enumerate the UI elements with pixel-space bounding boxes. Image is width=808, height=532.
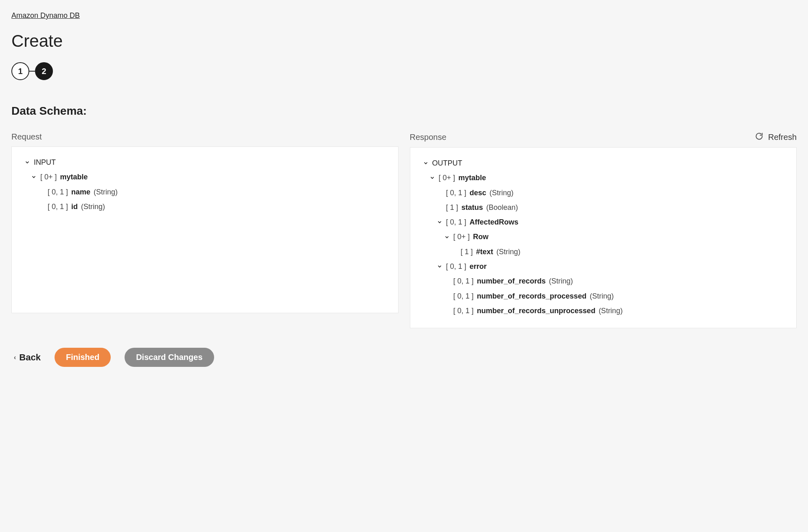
back-label: Back xyxy=(19,352,41,363)
chevron-down-icon[interactable] xyxy=(436,219,443,225)
wizard-footer: ‹ Back Finished Discard Changes xyxy=(11,348,797,367)
chevron-left-icon: ‹ xyxy=(14,354,16,361)
field-name: error xyxy=(470,262,487,271)
chevron-down-icon[interactable] xyxy=(436,264,443,269)
field-name: number_of_records xyxy=(477,276,546,286)
field-name: status xyxy=(462,203,483,212)
cardinality: [ 1 ] xyxy=(446,203,458,212)
field-type: (Boolean) xyxy=(486,203,518,212)
step-connector xyxy=(29,71,35,72)
chevron-down-icon[interactable] xyxy=(31,174,37,180)
field-name: id xyxy=(71,202,78,211)
field-type: (String) xyxy=(490,188,514,198)
request-panel: INPUT [ 0+ ] mytable [ 0, 1 ] name (Stri xyxy=(11,146,399,313)
tree-row-desc[interactable]: [ 0, 1 ] desc (String) xyxy=(420,185,787,200)
tree-label: OUTPUT xyxy=(432,158,462,168)
tree-row-row[interactable]: [ 0+ ] Row xyxy=(420,229,787,244)
field-type: (String) xyxy=(497,247,521,257)
tree-row-error[interactable]: [ 0, 1 ] error xyxy=(420,259,787,274)
discard-changes-button[interactable]: Discard Changes xyxy=(125,348,214,367)
cardinality: [ 0, 1 ] xyxy=(446,188,466,198)
tree-row-mytable[interactable]: [ 0+ ] mytable xyxy=(22,170,388,184)
field-name: mytable xyxy=(60,172,88,182)
cardinality: [ 1 ] xyxy=(461,247,473,257)
tree-row-num-records-processed[interactable]: [ 0, 1 ] number_of_records_processed (St… xyxy=(420,289,787,303)
request-label: Request xyxy=(11,132,42,142)
refresh-icon xyxy=(755,132,763,142)
field-type: (String) xyxy=(599,306,623,316)
tree-row-num-records[interactable]: [ 0, 1 ] number_of_records (String) xyxy=(420,274,787,288)
response-panel: OUTPUT [ 0+ ] mytable [ 0, 1 ] desc (Str xyxy=(410,147,797,328)
field-type: (String) xyxy=(94,187,118,197)
cardinality: [ 0, 1 ] xyxy=(48,187,68,197)
field-type: (String) xyxy=(549,276,573,286)
cardinality: [ 0+ ] xyxy=(40,172,57,182)
chevron-down-icon[interactable] xyxy=(423,160,429,166)
field-name: number_of_records_processed xyxy=(477,291,587,301)
field-type: (String) xyxy=(81,202,105,211)
field-type: (String) xyxy=(590,291,614,301)
response-column: Response Refresh xyxy=(410,132,797,328)
section-title: Data Schema: xyxy=(11,105,797,118)
back-link[interactable]: ‹ Back xyxy=(14,352,41,363)
cardinality: [ 0, 1 ] xyxy=(446,217,466,227)
tree-row-name[interactable]: [ 0, 1 ] name (String) xyxy=(22,185,388,199)
chevron-down-icon[interactable] xyxy=(24,159,31,165)
step-2[interactable]: 2 xyxy=(35,62,53,80)
field-name: mytable xyxy=(458,173,486,183)
chevron-down-icon[interactable] xyxy=(444,234,450,240)
field-name: desc xyxy=(470,188,486,198)
tree-row-mytable[interactable]: [ 0+ ] mytable xyxy=(420,170,787,185)
chevron-down-icon[interactable] xyxy=(429,175,436,181)
tree-row-output[interactable]: OUTPUT xyxy=(420,156,787,170)
cardinality: [ 0, 1 ] xyxy=(48,202,68,211)
cardinality: [ 0, 1 ] xyxy=(453,306,474,316)
field-name: number_of_records_unprocessed xyxy=(477,306,596,316)
field-name: AffectedRows xyxy=(470,217,519,227)
tree-row-text[interactable]: [ 1 ] #text (String) xyxy=(420,244,787,259)
cardinality: [ 0+ ] xyxy=(439,173,455,183)
tree-row-status[interactable]: [ 1 ] status (Boolean) xyxy=(420,200,787,215)
field-name: #text xyxy=(476,247,493,257)
step-1[interactable]: 1 xyxy=(11,62,29,80)
cardinality: [ 0, 1 ] xyxy=(453,276,474,286)
cardinality: [ 0, 1 ] xyxy=(453,291,474,301)
cardinality: [ 0+ ] xyxy=(453,232,470,242)
tree-row-id[interactable]: [ 0, 1 ] id (String) xyxy=(22,199,388,214)
breadcrumb-link[interactable]: Amazon Dynamo DB xyxy=(11,11,80,20)
field-name: name xyxy=(71,187,90,197)
tree-row-affected-rows[interactable]: [ 0, 1 ] AffectedRows xyxy=(420,215,787,229)
page-title: Create xyxy=(11,31,797,51)
tree-label: INPUT xyxy=(34,157,56,167)
request-column: Request INPUT [ 0+ ] myt xyxy=(11,132,399,313)
tree-row-num-records-unprocessed[interactable]: [ 0, 1 ] number_of_records_unprocessed (… xyxy=(420,303,787,318)
tree-row-input[interactable]: INPUT xyxy=(22,155,388,170)
field-name: Row xyxy=(473,232,488,242)
finished-button[interactable]: Finished xyxy=(55,348,111,367)
response-label: Response xyxy=(410,133,447,142)
wizard-stepper: 1 2 xyxy=(11,62,797,80)
cardinality: [ 0, 1 ] xyxy=(446,262,466,271)
refresh-label: Refresh xyxy=(768,133,797,142)
refresh-button[interactable]: Refresh xyxy=(755,132,797,142)
